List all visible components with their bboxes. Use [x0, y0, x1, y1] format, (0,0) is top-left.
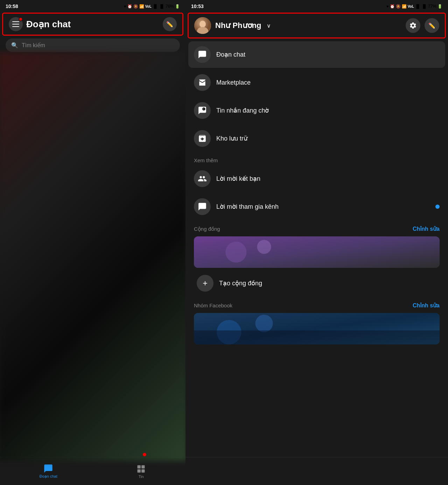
svg-point-11	[257, 240, 271, 254]
menu-button[interactable]	[9, 17, 23, 31]
nav-chat-label: Đoạn chat	[40, 474, 57, 479]
menu-item-loi-moi-tham-gia-kenh[interactable]: Lời mời tham gia kênh	[188, 193, 445, 220]
store-icon	[198, 78, 207, 87]
create-community-item[interactable]: + Tạo cộng đồng	[191, 270, 442, 297]
search-bar[interactable]: Tìm kiếm	[6, 38, 180, 52]
nhom-facebook-edit-button[interactable]: Chỉnh sửa	[413, 302, 440, 309]
pencil-icon-right: ✏️	[428, 22, 435, 29]
chat-icon-box	[194, 46, 211, 63]
right-status-bar: 10:53 ♥ ⏰ 🔕 📶 VoL ▐▌ ▐▌ 77% 🔋	[186, 0, 448, 13]
channel-notification-dot	[435, 205, 440, 209]
search-placeholder: Tìm kiếm	[22, 42, 45, 49]
cong-dong-edit-button[interactable]: Chỉnh sửa	[413, 226, 440, 232]
svg-point-5	[200, 21, 206, 28]
nav-news[interactable]: Tin	[136, 464, 146, 479]
chat-icon	[198, 50, 207, 59]
right-header: Như Phương ∨ ✏️	[188, 13, 446, 38]
news-icon	[136, 464, 146, 474]
header-actions: ✏️	[406, 18, 439, 33]
see-more-title: Xem thêm	[194, 157, 218, 163]
hamburger-icon	[12, 21, 19, 27]
menu-item-kho-luu-tru[interactable]: Kho lưu trữ	[188, 125, 445, 152]
left-header: Đoạn chat	[2, 13, 183, 36]
menu-item-doan-chat[interactable]: Đoạn chat	[188, 41, 445, 68]
bottom-nav-right	[186, 457, 448, 485]
gear-icon	[409, 22, 417, 29]
menu-item-tin-nhan-dang-cho[interactable]: ! Tin nhắn đang chờ	[188, 97, 445, 124]
menu-label-marketplace: Marketplace	[216, 79, 251, 86]
people-icon	[198, 174, 207, 183]
settings-button[interactable]	[406, 18, 420, 33]
edit-button-right[interactable]: ✏️	[425, 18, 439, 33]
menu-item-marketplace[interactable]: Marketplace	[188, 69, 445, 96]
svg-rect-2	[138, 469, 141, 472]
pencil-icon	[166, 21, 173, 28]
menu-label-friend-request: Lời mời kết bạn	[216, 175, 260, 183]
page-title: Đoạn chat	[26, 19, 71, 30]
cong-dong-title: Cộng đồng	[194, 226, 220, 232]
right-time: 10:53	[191, 3, 204, 9]
archive-icon-box	[194, 130, 211, 147]
profile-name: Như Phương	[215, 21, 261, 30]
left-status-bar: 10:58 ♥ ⏰ 🔕 📶 VoL ▐▌ ▐▌ 76% 🔋	[0, 0, 186, 13]
facebook-group-image	[194, 313, 440, 344]
nav-news-label: Tin	[139, 475, 144, 479]
bottom-nav-left: Đoạn chat Tin	[0, 457, 186, 485]
facebook-group-card[interactable]	[194, 313, 440, 344]
svg-point-10	[225, 242, 246, 263]
menu-label-doan-chat: Đoạn chat	[216, 51, 245, 58]
left-header-inner: Đoạn chat	[9, 17, 71, 31]
svg-point-7	[202, 107, 205, 110]
channel-icon	[198, 202, 207, 211]
menu-item-loi-moi-ket-ban[interactable]: Lời mời kết bạn	[188, 165, 445, 192]
create-community-icon-box: +	[197, 275, 214, 292]
menu-label-channel-invite: Lời mời tham gia kênh	[216, 203, 279, 211]
friend-request-icon-box	[194, 170, 211, 187]
profile-section[interactable]: Như Phương ∨	[194, 17, 271, 34]
edit-button[interactable]	[163, 17, 177, 31]
channel-invite-icon-box	[194, 198, 211, 215]
left-time: 10:58	[6, 3, 18, 9]
community-card[interactable]	[194, 236, 440, 268]
left-panel: 10:58 ♥ ⏰ 🔕 📶 VoL ▐▌ ▐▌ 76% 🔋 Đoạn chat	[0, 0, 186, 485]
search-icon	[11, 42, 18, 49]
menu-label-archive: Kho lưu trữ	[216, 135, 247, 142]
svg-rect-3	[141, 469, 145, 472]
create-community-label: Tạo cộng đồng	[219, 279, 262, 287]
left-status-icons: ♥ ⏰ 🔕 📶 VoL ▐▌ ▐▌ 76% 🔋	[124, 4, 180, 9]
menu-list: Đoạn chat Marketplace ! Tin nhắn đang	[186, 41, 448, 457]
svg-rect-0	[138, 465, 141, 468]
pending-icon-box: !	[194, 102, 211, 119]
cong-dong-section-header: Cộng đồng Chỉnh sửa	[188, 221, 445, 234]
see-more-section-header: Xem thêm	[188, 153, 445, 165]
marketplace-icon-box	[194, 74, 211, 91]
chat-list-blurred	[0, 52, 186, 461]
plus-icon: +	[203, 278, 208, 288]
avatar	[194, 17, 211, 34]
avatar-image	[194, 17, 211, 34]
community-image	[194, 236, 440, 268]
nav-chat[interactable]: Đoạn chat	[40, 464, 57, 479]
right-panel: 10:53 ♥ ⏰ 🔕 📶 VoL ▐▌ ▐▌ 77% 🔋	[186, 0, 448, 485]
archive-icon	[198, 134, 207, 143]
nhom-facebook-title: Nhóm Facebook	[194, 302, 232, 308]
svg-point-14	[255, 315, 273, 332]
svg-rect-1	[141, 465, 145, 468]
right-status-icons: ♥ ⏰ 🔕 📶 VoL ▐▌ ▐▌ 77% 🔋	[386, 4, 442, 9]
svg-rect-15	[194, 330, 440, 344]
notification-dot	[19, 17, 23, 21]
pending-chat-icon: !	[198, 106, 207, 115]
news-dot	[143, 453, 146, 456]
chevron-down-icon: ∨	[267, 22, 271, 29]
menu-label-pending: Tin nhắn đang chờ	[216, 107, 269, 114]
chat-bubble-icon	[43, 464, 53, 473]
nhom-facebook-section-header: Nhóm Facebook Chỉnh sửa	[188, 298, 445, 311]
